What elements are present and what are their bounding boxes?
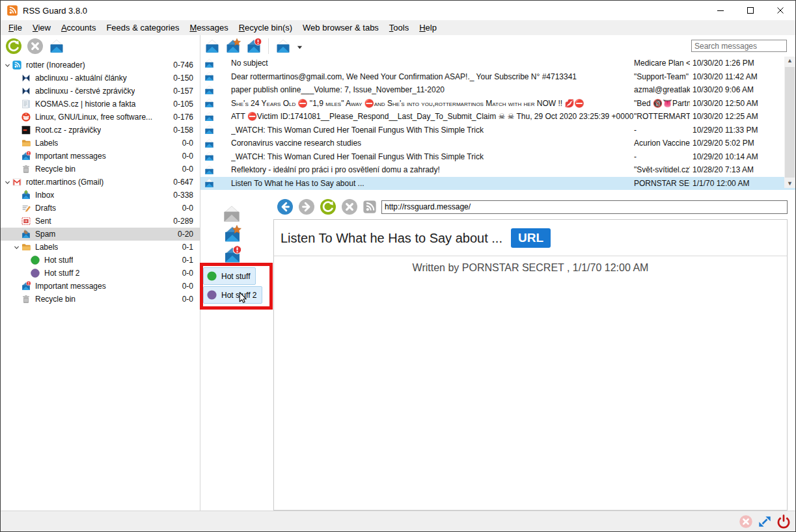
message-view: Listen To What he Has to Say about ... U… xyxy=(273,219,788,511)
feed-tree-item-drafts[interactable]: Drafts 0-0 xyxy=(1,202,200,215)
feed-label: Drafts xyxy=(35,204,56,213)
app-body: rotter (Inoreader) 0-746 abclinuxu - akt… xyxy=(1,35,795,511)
message-row[interactable]: Coronavirus vaccine research studies Acu… xyxy=(200,137,795,150)
message-subject: _WATCH: This Woman Cured Her Toenail Fun… xyxy=(231,126,634,135)
feed-tree-item-inbox[interactable]: Inbox 0-338 xyxy=(1,189,200,202)
inoreader-account-icon xyxy=(12,60,22,70)
menu-item-tools[interactable]: Tools xyxy=(384,21,414,34)
message-author: - xyxy=(634,152,690,161)
feed-tree-item-recycle-bin[interactable]: Recycle bin 0-0 xyxy=(1,163,200,176)
url-button[interactable]: URL xyxy=(511,228,551,248)
feed-tree-item-rotter-martinos-gmail[interactable]: rotter.martinos (Gmail) 0-647 xyxy=(1,176,200,189)
feed-abclinuxu-icon xyxy=(21,73,31,83)
message-list-scrollbar[interactable]: ▲ ▼ xyxy=(784,57,795,188)
feed-tree-item-hot-stuff[interactable]: Hot stuff 0-1 xyxy=(1,254,200,267)
feed-label: Root.cz - zprávičky xyxy=(35,126,101,135)
scroll-down-icon[interactable]: ▼ xyxy=(787,181,793,187)
mark-important-button[interactable] xyxy=(223,245,242,265)
feed-tree-item-recycle-bin[interactable]: Recycle bin 0-0 xyxy=(1,293,200,306)
menu-item-recycle-bin-s[interactable]: Recycle bin(s) xyxy=(234,21,297,34)
mark-starred-button[interactable] xyxy=(225,38,241,55)
spam-icon xyxy=(21,229,31,239)
message-row[interactable]: No subject Medicare Plan <e... 10/30/20 … xyxy=(200,57,795,70)
feed-tree: rotter (Inoreader) 0-746 abclinuxu - akt… xyxy=(1,57,200,511)
menu-item-web-browser-tabs[interactable]: Web browser & tabs xyxy=(297,21,384,34)
menu-item-accounts[interactable]: Accounts xyxy=(56,21,101,34)
stop-button[interactable] xyxy=(341,198,358,215)
feed-tree-item-rotter-inoreader[interactable]: rotter (Inoreader) 0-746 xyxy=(1,59,200,72)
feed-unread-count: 0-338 xyxy=(173,191,200,200)
reload-button[interactable] xyxy=(320,198,336,215)
menu-item-view[interactable]: View xyxy=(27,21,56,34)
feed-label: Sent xyxy=(35,217,51,226)
mark-important-button[interactable] xyxy=(245,38,262,55)
url-input[interactable] xyxy=(381,200,788,214)
mark-starred-button[interactable] xyxy=(223,224,242,244)
back-button[interactable] xyxy=(277,198,294,215)
message-subject: Listen To What he Has to Say about ... xyxy=(231,179,634,188)
quit-button[interactable] xyxy=(776,514,791,529)
stop-update-button[interactable] xyxy=(27,38,44,55)
message-row[interactable]: ATT ⛔Victim ID:1741081__Please_Respond__… xyxy=(200,110,795,124)
messages-panel: No subject Medicare Plan <e... 10/30/20 … xyxy=(200,35,795,511)
feed-tree-item-abclinuxu-erstv-zpr-vi-ky[interactable]: abclinuxu - čerstvé zprávičky 0-157 xyxy=(1,85,200,98)
menu-item-help[interactable]: Help xyxy=(414,21,442,34)
feed-unread-count: 0-0 xyxy=(182,295,200,304)
message-list: No subject Medicare Plan <e... 10/30/20 … xyxy=(200,57,795,190)
message-row[interactable]: She's 24 Years Old ⛔ "1,9 miles" Away ⛔a… xyxy=(200,97,795,111)
feed-tree-item-hot-stuff-2[interactable]: Hot stuff 2 0-0 xyxy=(1,267,200,280)
feed-tree-item-root-cz-zpr-vi-ky[interactable]: Root.cz - zprávičky 0-158 xyxy=(1,124,200,137)
feed-label: abclinuxu - čerstvé zprávičky xyxy=(35,86,135,96)
message-actions-button[interactable] xyxy=(275,38,292,55)
menu-item-feeds-categories[interactable]: Feeds & categories xyxy=(101,21,184,34)
label-color-icon xyxy=(206,289,217,300)
mark-read-button[interactable] xyxy=(204,38,221,55)
scroll-up-icon[interactable]: ▲ xyxy=(787,58,793,64)
message-row[interactable]: paper publish online___Volume: 7, Issue_… xyxy=(200,83,795,97)
scrollbar-thumb[interactable] xyxy=(785,67,795,178)
fullscreen-button[interactable] xyxy=(758,514,772,529)
chevron-expanded-icon[interactable] xyxy=(3,179,12,186)
search-input[interactable] xyxy=(691,40,787,52)
feed-tree-item-labels[interactable]: Labels 0-0 xyxy=(1,137,200,150)
message-row[interactable]: Listen To What he Has to Say about ... P… xyxy=(200,177,795,191)
feed-tree-item-labels[interactable]: Labels 0-1 xyxy=(1,241,200,254)
chevron-expanded-icon[interactable] xyxy=(12,244,21,251)
forward-button[interactable] xyxy=(298,198,315,215)
feed-tree-item-linux-gnu-linux-free-software[interactable]: Linux, GNU/Linux, free software... 0-176 xyxy=(1,111,200,124)
feed-unread-count: 0-647 xyxy=(173,178,200,187)
feed-tree-item-kosmas-cz-historie-a-fakta[interactable]: KOSMAS.cz | historie a fakta 0-105 xyxy=(1,98,200,111)
label-toggle-hot-stuff-2[interactable]: Hot stuff 2 xyxy=(203,286,262,304)
mark-all-read-button[interactable] xyxy=(48,38,65,55)
feed-rootcz-icon xyxy=(21,125,31,135)
message-author: PORNSTAR SECR... xyxy=(634,179,690,188)
mark-read-button[interactable] xyxy=(221,204,242,224)
message-row[interactable]: Dear rottermartinos@gmail.com, We Need Y… xyxy=(200,70,795,84)
feed-tree-item-spam[interactable]: Spam 0-20 xyxy=(1,228,200,241)
feed-tree-item-abclinuxu-aktu-ln-l-nky[interactable]: abclinuxu - aktuální články 0-150 xyxy=(1,72,200,85)
message-preview: Hot stuff Hot stuff 2 Listen To What he … xyxy=(200,194,795,511)
feed-label: KOSMAS.cz | historie a fakta xyxy=(35,100,136,109)
folder-labels-icon xyxy=(21,242,31,252)
menu-item-file[interactable]: File xyxy=(3,21,27,34)
unread-envelope-icon xyxy=(204,71,215,82)
dropdown-arrow-icon[interactable] xyxy=(297,43,303,49)
message-row[interactable]: Reflektory - ideální pro práci i pro osv… xyxy=(200,163,795,177)
chevron-expanded-icon[interactable] xyxy=(3,62,12,69)
message-row[interactable]: _WATCH: This Woman Cured Her Toenail Fun… xyxy=(200,124,795,137)
feed-tree-item-important-messages[interactable]: Important messages 0-0 xyxy=(1,280,200,293)
maximize-button[interactable] xyxy=(735,1,765,20)
feed-tree-item-sent[interactable]: Sent 0-289 xyxy=(1,215,200,228)
close-disabled-button[interactable] xyxy=(739,514,753,529)
message-row[interactable]: _WATCH: This Woman Cured Her Toenail Fun… xyxy=(200,150,795,164)
label-toggle-hot-stuff[interactable]: Hot stuff xyxy=(203,267,256,285)
feed-tree-item-important-messages[interactable]: Important messages 0-0 xyxy=(1,150,200,163)
window-controls xyxy=(706,1,795,20)
menu-item-messages[interactable]: Messages xyxy=(184,21,233,34)
message-date: 10/28/20 7:13 AM xyxy=(693,165,784,174)
update-all-feeds-button[interactable] xyxy=(5,38,22,55)
feed-unread-count: 0-0 xyxy=(182,152,200,161)
close-button[interactable] xyxy=(765,1,795,20)
minimize-button[interactable] xyxy=(706,1,735,20)
message-byline: Written by PORNSTAR SECRET , 1/1/70 12:0… xyxy=(274,262,787,274)
